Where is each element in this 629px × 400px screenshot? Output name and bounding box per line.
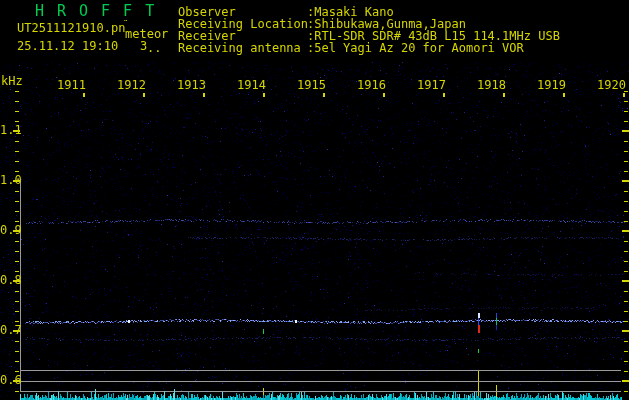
x-tick-label: 1912 bbox=[117, 79, 146, 91]
y-tick-label: 0.9 bbox=[0, 224, 17, 236]
spectrogram-canvas bbox=[0, 0, 629, 400]
x-tick-label: 1919 bbox=[537, 79, 566, 91]
app-title: HROFFT bbox=[35, 4, 167, 19]
y-tick-label: 0.7 bbox=[0, 324, 17, 336]
x-tick-label: 1913 bbox=[177, 79, 206, 91]
x-tick-label: 1918 bbox=[477, 79, 506, 91]
field-value-antenna: :5el Yagi Az 20 for Aomori VOR bbox=[307, 42, 524, 54]
echo-count-suffix: .. bbox=[147, 42, 161, 54]
x-tick-label: 1920 bbox=[597, 79, 626, 91]
y-tick-label: 1.0 bbox=[0, 174, 17, 186]
x-tick-label: 1911 bbox=[57, 79, 86, 91]
y-tick-label: 0.8 bbox=[0, 274, 17, 286]
x-tick-label: 1916 bbox=[357, 79, 386, 91]
y-axis-unit-label: kHz bbox=[1, 75, 23, 87]
hrofft-screen: HROFFT UT2511121910.pn ¨ meteor 25.11.12… bbox=[0, 0, 629, 400]
x-tick-label: 1914 bbox=[237, 79, 266, 91]
field-label-antenna: Receiving antenna bbox=[178, 42, 301, 54]
x-tick-label: 1917 bbox=[417, 79, 446, 91]
y-tick-label: 0.6 bbox=[0, 374, 17, 386]
x-tick-label: 1915 bbox=[297, 79, 326, 91]
y-tick-label: 1.1 bbox=[0, 124, 17, 136]
observation-datetime: 25.11.12 19:10 bbox=[17, 40, 118, 52]
output-filename: UT2511121910.pn bbox=[17, 22, 125, 34]
